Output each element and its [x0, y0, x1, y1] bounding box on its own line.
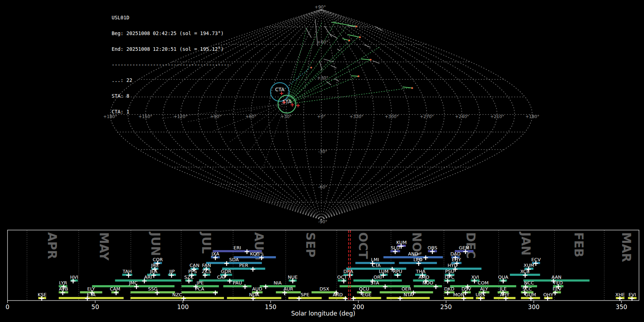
shower-code-label: STA — [371, 280, 379, 286]
shower-activity-bar — [131, 297, 224, 299]
shower-entry-tah: TAH — [122, 269, 132, 278]
shower-code-label: LUM — [379, 269, 389, 274]
lon-label: +240° — [455, 114, 469, 119]
shower-entry-qua: QUA — [498, 274, 508, 284]
shower-entry-nue: NUE — [288, 274, 297, 284]
x-tick-label: 100 — [177, 303, 189, 311]
x-tick-label: 250 — [440, 303, 452, 311]
month-label: JAN — [519, 231, 533, 255]
shower-code-label: PAU — [233, 280, 242, 286]
shower-entry-oct: OCT — [337, 274, 347, 284]
shower-code-label: XHE — [615, 292, 625, 297]
shower-code-label: LMI — [371, 257, 379, 262]
shower-code-label: DSX — [319, 286, 329, 292]
shower-code-label: JMC — [128, 280, 137, 286]
shower-activity-bar — [206, 262, 262, 264]
lon-label: +30° — [280, 114, 292, 119]
shower-code-label: AUR — [283, 286, 293, 292]
shower-code-label: ELY — [87, 286, 95, 292]
sporadic-meteor-trail — [337, 49, 340, 51]
shower-entry-obs: OBS — [428, 245, 437, 254]
month-label: SEP — [303, 232, 317, 258]
shower-code-label: NTA — [404, 292, 413, 297]
shower-code-label: FED — [553, 280, 563, 286]
trail-extension — [229, 104, 283, 142]
shower-entry-dpc: DPC — [444, 274, 455, 284]
shower-code-label: COM — [478, 280, 489, 286]
shower-activity-bar — [92, 285, 174, 287]
shower-trail-projection — [292, 88, 412, 103]
shower-code-label: PPS — [188, 269, 197, 274]
shower-entry-ahy: AHY — [494, 292, 516, 301]
shower-code-label: RPU — [393, 269, 402, 274]
shower-code-label: THA — [416, 269, 426, 274]
x-tick-label: 50 — [91, 303, 99, 311]
shower-activity-bar — [276, 291, 301, 293]
lon-label: +0° — [317, 114, 326, 119]
shower-code-label: DPC — [445, 274, 454, 280]
timeline-chart: APRMAYJUNJULAUGSEPOCTNOVDECJANFEBMARKUME… — [6, 230, 639, 317]
x-tick-label: 150 — [265, 303, 276, 311]
detected-meteor-trail — [343, 39, 349, 40]
shower-code-label: AHY — [500, 292, 509, 297]
detected-meteor-trail — [348, 35, 360, 37]
shower-trail-projection — [291, 37, 358, 101]
shower-code-label: ORI — [374, 274, 382, 280]
shower-trail-projection — [290, 28, 345, 100]
shower-entry-nda: NDA — [227, 292, 281, 301]
shower-code-label: JRC — [151, 263, 158, 268]
cta-trail-projection — [282, 67, 311, 91]
info-panel: USL01D Beg: 20251008 02:42:25 (sol = 194… — [112, 5, 230, 125]
count-sta: STA: 8 — [112, 93, 230, 99]
shower-code-label: LEO — [413, 257, 423, 262]
meteor-tip — [311, 67, 312, 69]
shower-entry-xcb: XCB — [510, 269, 540, 278]
shower-code-label: JPE — [196, 280, 204, 286]
shower-entry-pca: PCA — [181, 286, 218, 296]
meteor-tip — [370, 59, 371, 60]
sporadic-meteor-trail — [325, 26, 332, 37]
shower-code-label: EVI — [629, 292, 636, 297]
shower-code-label: OHY — [543, 292, 553, 297]
shower-code-label: NZC — [172, 292, 182, 297]
sporadic-meteor-trail — [376, 27, 382, 30]
pole-top-label: +90° — [314, 5, 326, 10]
lon-label: +270° — [420, 114, 434, 119]
shower-code-label: JIP — [169, 269, 175, 274]
shower-code-label: CAM — [110, 286, 120, 292]
sporadic-meteor-trail — [327, 82, 331, 85]
shower-code-label: ECV — [531, 257, 541, 262]
pole-bottom-label: -90° — [318, 219, 327, 224]
x-tick-label: 300 — [528, 303, 540, 311]
shower-entry-zcs: ZCS — [202, 269, 211, 278]
shower-activity-bar — [288, 297, 322, 299]
month-label: APR — [45, 232, 59, 259]
sporadic-meteor-trail — [306, 28, 311, 38]
shower-code-label: XVI — [471, 274, 479, 280]
count-cta: CTA: 1 — [112, 109, 230, 114]
meteor-tip — [357, 75, 359, 77]
shower-trail-projection — [291, 60, 371, 102]
shower-trail-projection — [288, 27, 307, 99]
shower-code-label: PCA — [195, 286, 204, 292]
shower-code-label: SLD — [391, 245, 400, 250]
radiant-plot-screen: +180°+150°+120°+90°+60°+30°+0°+330°+300°… — [0, 0, 644, 322]
shower-code-label: OCT — [337, 274, 347, 280]
detected-meteor-trail — [351, 76, 358, 76]
shower-code-label: HYD — [448, 263, 458, 268]
end-time-line: End: 20251008 12:20:51 (sol = 195.12°) — [112, 47, 230, 52]
shower-activity-bar — [352, 297, 381, 299]
x-tick-label: 200 — [352, 303, 364, 311]
station-id: USL01D — [112, 15, 230, 20]
shower-activity-bar — [444, 297, 473, 299]
shower-code-label: PER — [239, 263, 248, 268]
shower-code-label: XCB — [520, 269, 530, 274]
shower-code-label: KSE — [38, 292, 47, 297]
x-axis-title: Solar longitude (deg) — [291, 310, 356, 317]
meteor-tip — [348, 39, 350, 41]
divider-line: ---------------------------------------- — [112, 62, 230, 68]
shower-code-label: NIA — [274, 280, 282, 286]
shower-entry-avb: AVB — [59, 286, 68, 296]
shower-activity-bar — [234, 256, 276, 258]
shower-code-label: ZCS — [202, 269, 211, 274]
